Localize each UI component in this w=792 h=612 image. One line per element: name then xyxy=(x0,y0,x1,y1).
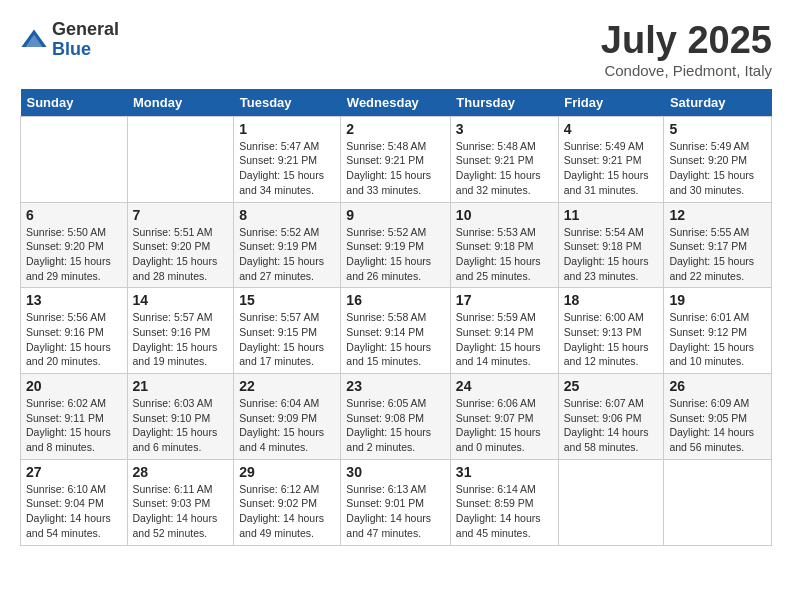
day-cell: 10Sunrise: 5:53 AM Sunset: 9:18 PM Dayli… xyxy=(450,202,558,288)
logo-general: General xyxy=(52,20,119,40)
day-info: Sunrise: 6:00 AM Sunset: 9:13 PM Dayligh… xyxy=(564,310,659,369)
day-cell: 30Sunrise: 6:13 AM Sunset: 9:01 PM Dayli… xyxy=(341,459,451,545)
day-cell xyxy=(127,116,234,202)
day-info: Sunrise: 6:03 AM Sunset: 9:10 PM Dayligh… xyxy=(133,396,229,455)
day-number: 2 xyxy=(346,121,445,137)
week-row-5: 27Sunrise: 6:10 AM Sunset: 9:04 PM Dayli… xyxy=(21,459,772,545)
day-info: Sunrise: 5:54 AM Sunset: 9:18 PM Dayligh… xyxy=(564,225,659,284)
day-info: Sunrise: 5:49 AM Sunset: 9:21 PM Dayligh… xyxy=(564,139,659,198)
day-info: Sunrise: 5:48 AM Sunset: 9:21 PM Dayligh… xyxy=(346,139,445,198)
day-header-monday: Monday xyxy=(127,89,234,117)
day-info: Sunrise: 5:53 AM Sunset: 9:18 PM Dayligh… xyxy=(456,225,553,284)
day-cell: 25Sunrise: 6:07 AM Sunset: 9:06 PM Dayli… xyxy=(558,374,664,460)
day-header-tuesday: Tuesday xyxy=(234,89,341,117)
day-number: 9 xyxy=(346,207,445,223)
day-number: 25 xyxy=(564,378,659,394)
day-info: Sunrise: 6:11 AM Sunset: 9:03 PM Dayligh… xyxy=(133,482,229,541)
day-info: Sunrise: 5:59 AM Sunset: 9:14 PM Dayligh… xyxy=(456,310,553,369)
header-row: SundayMondayTuesdayWednesdayThursdayFrid… xyxy=(21,89,772,117)
week-row-4: 20Sunrise: 6:02 AM Sunset: 9:11 PM Dayli… xyxy=(21,374,772,460)
day-cell: 11Sunrise: 5:54 AM Sunset: 9:18 PM Dayli… xyxy=(558,202,664,288)
day-number: 24 xyxy=(456,378,553,394)
day-number: 6 xyxy=(26,207,122,223)
day-number: 21 xyxy=(133,378,229,394)
day-number: 7 xyxy=(133,207,229,223)
day-info: Sunrise: 6:02 AM Sunset: 9:11 PM Dayligh… xyxy=(26,396,122,455)
day-number: 10 xyxy=(456,207,553,223)
location-subtitle: Condove, Piedmont, Italy xyxy=(601,62,772,79)
day-number: 20 xyxy=(26,378,122,394)
day-cell: 21Sunrise: 6:03 AM Sunset: 9:10 PM Dayli… xyxy=(127,374,234,460)
logo-icon xyxy=(20,26,48,54)
day-info: Sunrise: 5:57 AM Sunset: 9:15 PM Dayligh… xyxy=(239,310,335,369)
day-header-friday: Friday xyxy=(558,89,664,117)
day-number: 1 xyxy=(239,121,335,137)
day-info: Sunrise: 5:55 AM Sunset: 9:17 PM Dayligh… xyxy=(669,225,766,284)
day-cell: 16Sunrise: 5:58 AM Sunset: 9:14 PM Dayli… xyxy=(341,288,451,374)
day-info: Sunrise: 5:51 AM Sunset: 9:20 PM Dayligh… xyxy=(133,225,229,284)
day-info: Sunrise: 6:01 AM Sunset: 9:12 PM Dayligh… xyxy=(669,310,766,369)
day-cell: 12Sunrise: 5:55 AM Sunset: 9:17 PM Dayli… xyxy=(664,202,772,288)
day-number: 28 xyxy=(133,464,229,480)
day-info: Sunrise: 5:52 AM Sunset: 9:19 PM Dayligh… xyxy=(239,225,335,284)
calendar-table: SundayMondayTuesdayWednesdayThursdayFrid… xyxy=(20,89,772,546)
day-info: Sunrise: 6:06 AM Sunset: 9:07 PM Dayligh… xyxy=(456,396,553,455)
day-number: 15 xyxy=(239,292,335,308)
week-row-3: 13Sunrise: 5:56 AM Sunset: 9:16 PM Dayli… xyxy=(21,288,772,374)
day-cell: 26Sunrise: 6:09 AM Sunset: 9:05 PM Dayli… xyxy=(664,374,772,460)
day-number: 30 xyxy=(346,464,445,480)
day-number: 8 xyxy=(239,207,335,223)
day-info: Sunrise: 6:14 AM Sunset: 8:59 PM Dayligh… xyxy=(456,482,553,541)
day-cell: 29Sunrise: 6:12 AM Sunset: 9:02 PM Dayli… xyxy=(234,459,341,545)
day-cell xyxy=(664,459,772,545)
day-cell: 17Sunrise: 5:59 AM Sunset: 9:14 PM Dayli… xyxy=(450,288,558,374)
day-number: 14 xyxy=(133,292,229,308)
day-header-wednesday: Wednesday xyxy=(341,89,451,117)
day-info: Sunrise: 6:12 AM Sunset: 9:02 PM Dayligh… xyxy=(239,482,335,541)
day-number: 23 xyxy=(346,378,445,394)
day-info: Sunrise: 5:50 AM Sunset: 9:20 PM Dayligh… xyxy=(26,225,122,284)
day-cell: 20Sunrise: 6:02 AM Sunset: 9:11 PM Dayli… xyxy=(21,374,128,460)
day-cell: 28Sunrise: 6:11 AM Sunset: 9:03 PM Dayli… xyxy=(127,459,234,545)
day-cell: 27Sunrise: 6:10 AM Sunset: 9:04 PM Dayli… xyxy=(21,459,128,545)
title-block: July 2025 Condove, Piedmont, Italy xyxy=(601,20,772,79)
month-title: July 2025 xyxy=(601,20,772,62)
day-cell: 24Sunrise: 6:06 AM Sunset: 9:07 PM Dayli… xyxy=(450,374,558,460)
day-info: Sunrise: 6:13 AM Sunset: 9:01 PM Dayligh… xyxy=(346,482,445,541)
day-info: Sunrise: 5:57 AM Sunset: 9:16 PM Dayligh… xyxy=(133,310,229,369)
day-cell: 14Sunrise: 5:57 AM Sunset: 9:16 PM Dayli… xyxy=(127,288,234,374)
day-info: Sunrise: 6:10 AM Sunset: 9:04 PM Dayligh… xyxy=(26,482,122,541)
day-info: Sunrise: 6:07 AM Sunset: 9:06 PM Dayligh… xyxy=(564,396,659,455)
day-number: 13 xyxy=(26,292,122,308)
day-number: 5 xyxy=(669,121,766,137)
day-number: 27 xyxy=(26,464,122,480)
day-info: Sunrise: 5:49 AM Sunset: 9:20 PM Dayligh… xyxy=(669,139,766,198)
day-header-sunday: Sunday xyxy=(21,89,128,117)
day-info: Sunrise: 5:47 AM Sunset: 9:21 PM Dayligh… xyxy=(239,139,335,198)
day-number: 26 xyxy=(669,378,766,394)
day-cell: 8Sunrise: 5:52 AM Sunset: 9:19 PM Daylig… xyxy=(234,202,341,288)
logo-blue: Blue xyxy=(52,40,119,60)
day-cell: 31Sunrise: 6:14 AM Sunset: 8:59 PM Dayli… xyxy=(450,459,558,545)
day-info: Sunrise: 6:05 AM Sunset: 9:08 PM Dayligh… xyxy=(346,396,445,455)
day-cell: 19Sunrise: 6:01 AM Sunset: 9:12 PM Dayli… xyxy=(664,288,772,374)
day-number: 4 xyxy=(564,121,659,137)
day-info: Sunrise: 5:52 AM Sunset: 9:19 PM Dayligh… xyxy=(346,225,445,284)
day-cell: 6Sunrise: 5:50 AM Sunset: 9:20 PM Daylig… xyxy=(21,202,128,288)
day-cell: 9Sunrise: 5:52 AM Sunset: 9:19 PM Daylig… xyxy=(341,202,451,288)
day-number: 3 xyxy=(456,121,553,137)
day-info: Sunrise: 6:04 AM Sunset: 9:09 PM Dayligh… xyxy=(239,396,335,455)
day-cell: 7Sunrise: 5:51 AM Sunset: 9:20 PM Daylig… xyxy=(127,202,234,288)
day-number: 18 xyxy=(564,292,659,308)
day-cell: 5Sunrise: 5:49 AM Sunset: 9:20 PM Daylig… xyxy=(664,116,772,202)
day-cell: 22Sunrise: 6:04 AM Sunset: 9:09 PM Dayli… xyxy=(234,374,341,460)
week-row-2: 6Sunrise: 5:50 AM Sunset: 9:20 PM Daylig… xyxy=(21,202,772,288)
day-number: 22 xyxy=(239,378,335,394)
logo: General Blue xyxy=(20,20,119,60)
day-number: 11 xyxy=(564,207,659,223)
day-number: 12 xyxy=(669,207,766,223)
day-header-thursday: Thursday xyxy=(450,89,558,117)
day-cell: 3Sunrise: 5:48 AM Sunset: 9:21 PM Daylig… xyxy=(450,116,558,202)
day-cell xyxy=(21,116,128,202)
day-cell xyxy=(558,459,664,545)
